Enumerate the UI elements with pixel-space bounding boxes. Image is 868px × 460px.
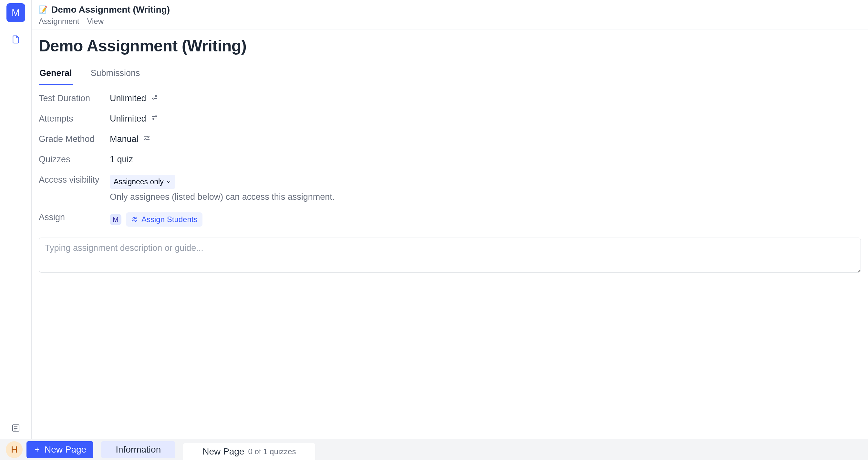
svg-point-10 [135,218,136,219]
access-visibility-select[interactable]: Assignees only [110,175,175,189]
svg-point-6 [153,118,154,120]
new-page-button[interactable]: New Page [27,441,93,458]
page-tab[interactable]: New Page 0 of 1 quizzes [183,443,315,460]
svg-point-4 [153,98,154,99]
svg-point-7 [148,136,149,137]
edit-test-duration[interactable] [151,93,159,104]
value-attempts: Unlimited [110,114,861,124]
label-test-duration: Test Duration [39,93,110,104]
topbar-title: Demo Assignment (Writing) [51,4,170,15]
svg-point-5 [155,116,157,117]
edit-attempts[interactable] [151,114,159,124]
information-button[interactable]: Information [101,441,175,458]
menu-view[interactable]: View [87,17,104,26]
label-quizzes: Quizzes [39,154,110,165]
value-grade-method: Manual [110,134,861,144]
plus-icon [34,446,41,453]
list-icon[interactable] [11,423,21,434]
chevron-down-icon [166,179,172,185]
workspace-avatar[interactable]: M [6,3,25,22]
menu-assignment[interactable]: Assignment [39,17,79,26]
document-icon[interactable] [10,34,22,45]
svg-point-8 [145,139,146,140]
topbar: 📝 Demo Assignment (Writing) Assignment V… [32,0,868,29]
label-access-visibility: Access visibility [39,175,110,185]
label-assign: Assign [39,212,110,222]
main-content: Demo Assignment (Writing) General Submis… [32,29,868,439]
svg-point-3 [155,95,157,97]
tab-general[interactable]: General [39,65,73,85]
description-input[interactable] [39,238,861,272]
assignee-avatar[interactable]: M [110,214,121,225]
label-grade-method: Grade Method [39,134,110,144]
tabbar: General Submissions [39,65,861,85]
users-icon [131,216,138,223]
value-quizzes: 1 quiz [110,154,861,165]
page-title: Demo Assignment (Writing) [39,36,861,55]
memo-icon: 📝 [39,5,48,14]
tab-submissions[interactable]: Submissions [90,65,141,85]
edit-grade-method[interactable] [143,134,151,144]
assign-students-button[interactable]: Assign Students [126,212,203,227]
label-attempts: Attempts [39,114,110,124]
access-visibility-hint: Only assignees (listed below) can access… [110,192,861,202]
user-avatar[interactable]: H [6,441,23,458]
topbar-menu: Assignment View [39,17,861,26]
sidebar-rail: M [0,0,32,460]
value-test-duration: Unlimited [110,93,861,104]
svg-point-9 [133,217,135,219]
bottombar: H New Page Information New Page 0 of 1 q… [0,439,868,460]
